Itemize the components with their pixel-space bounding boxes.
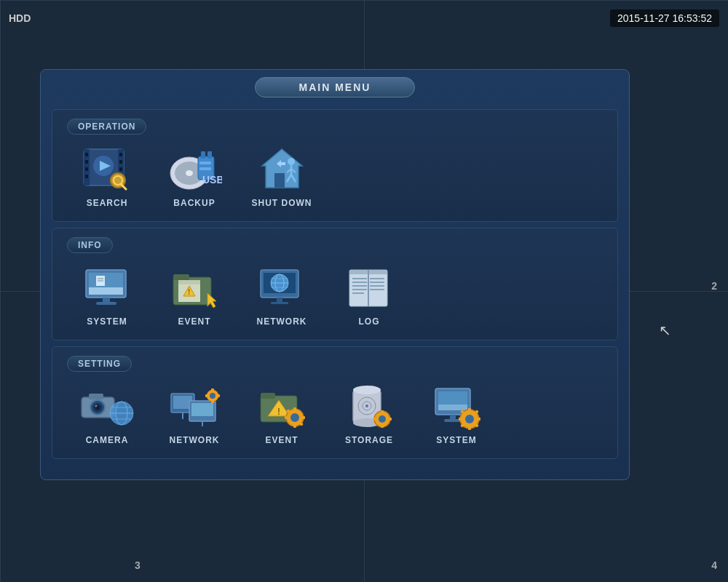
event-info-icon-wrap: ! (165, 262, 223, 313)
mouse-cursor: ↖ (659, 322, 671, 339)
svg-rect-8 (119, 160, 122, 164)
camera-label: CAMERA (86, 435, 129, 445)
menu-title-bar: MAIN MENU (41, 70, 629, 103)
shutdown-icon-wrap (253, 143, 311, 194)
svg-point-27 (288, 158, 295, 165)
search-label: SEARCH (87, 198, 128, 208)
svg-rect-40 (103, 298, 110, 302)
svg-rect-4 (85, 160, 88, 164)
svg-rect-75 (89, 394, 103, 399)
section-setting: SETTING (52, 346, 618, 459)
svg-rect-100 (293, 424, 296, 428)
svg-rect-20 (201, 151, 205, 159)
svg-point-74 (95, 404, 98, 407)
menu-item-network-set[interactable]: NETWORK (162, 380, 227, 445)
menu-title: MAIN MENU (255, 77, 416, 97)
menu-item-network-info[interactable]: NETWORK (249, 262, 314, 327)
svg-rect-84 (191, 403, 213, 416)
svg-rect-7 (119, 153, 122, 156)
svg-rect-114 (381, 425, 384, 428)
network-set-icon-wrap (165, 380, 223, 431)
system-set-label: SYSTEM (436, 435, 476, 445)
system-info-icon-wrap (78, 262, 136, 313)
menu-item-shutdown[interactable]: SHUT DOWN (249, 143, 314, 208)
svg-point-110 (365, 404, 368, 407)
svg-rect-56 (277, 298, 282, 302)
main-menu: MAIN MENU OPERATION (40, 69, 630, 480)
svg-text:!: ! (277, 407, 280, 417)
log-icon-wrap (340, 262, 398, 313)
svg-point-123 (465, 415, 474, 423)
svg-rect-125 (468, 426, 471, 430)
section-label-info: INFO (67, 237, 113, 253)
setting-items-row: CAMERA (67, 380, 603, 445)
corner-2: 2 (711, 280, 717, 292)
svg-rect-115 (373, 418, 376, 420)
storage-label: STORAGE (345, 435, 393, 445)
svg-rect-43 (173, 274, 189, 280)
svg-rect-57 (271, 302, 288, 304)
svg-rect-5 (85, 167, 88, 171)
top-bar: HDD 2015-11-27 16:53:52 (0, 0, 728, 36)
menu-item-event-set[interactable]: ! EVENT (249, 380, 314, 445)
corner-3: 3 (135, 559, 141, 571)
svg-text:!: ! (188, 288, 190, 296)
svg-rect-94 (261, 393, 275, 399)
svg-rect-127 (477, 418, 480, 420)
system-set-icon-wrap (427, 380, 486, 431)
menu-item-search[interactable]: SEARCH (74, 143, 140, 208)
camera-icon-wrap (78, 380, 136, 431)
svg-rect-90 (211, 400, 214, 403)
svg-rect-23 (199, 167, 211, 170)
shutdown-label: SHUT DOWN (252, 198, 312, 208)
search-icon-wrap (78, 143, 136, 194)
svg-rect-120 (450, 415, 456, 419)
backup-label: BACKUP (173, 198, 215, 208)
svg-rect-45 (178, 280, 200, 284)
section-label-operation: OPERATION (67, 119, 146, 135)
svg-marker-48 (207, 293, 216, 308)
storage-icon-wrap (340, 380, 398, 431)
svg-rect-116 (389, 418, 392, 420)
section-operation: OPERATION (52, 109, 618, 222)
svg-rect-119 (438, 391, 467, 404)
info-items-row: SYSTEM ! (67, 262, 603, 327)
svg-rect-89 (211, 388, 214, 391)
corner-4: 4 (711, 559, 717, 571)
menu-item-system-set[interactable]: SYSTEM (424, 380, 489, 445)
system-info-label: SYSTEM (87, 316, 127, 327)
svg-rect-26 (274, 173, 285, 188)
event-set-label: EVENT (265, 435, 298, 445)
menu-item-system-info[interactable]: SYSTEM (74, 262, 140, 327)
svg-point-98 (290, 413, 299, 422)
svg-rect-22 (199, 162, 211, 164)
svg-rect-21 (207, 151, 212, 159)
svg-rect-101 (285, 416, 288, 419)
svg-rect-126 (459, 418, 462, 420)
svg-rect-6 (85, 175, 88, 178)
svg-point-112 (379, 415, 386, 423)
svg-line-15 (122, 185, 126, 189)
svg-rect-99 (293, 407, 296, 411)
svg-rect-36 (89, 273, 123, 287)
menu-item-camera[interactable]: CAMERA (74, 380, 140, 445)
svg-rect-102 (301, 416, 305, 419)
log-label: LOG (359, 316, 380, 327)
svg-point-106 (353, 386, 381, 394)
section-label-setting: SETTING (67, 356, 132, 372)
menu-item-storage[interactable]: STORAGE (336, 380, 402, 445)
datetime-display: 2015-11-27 16:53:52 (610, 9, 719, 27)
svg-rect-91 (205, 394, 208, 397)
event-info-label: EVENT (178, 316, 210, 327)
svg-point-18 (186, 170, 193, 176)
svg-rect-41 (96, 302, 116, 305)
hdd-label: HDD (9, 12, 31, 24)
svg-rect-3 (85, 153, 88, 156)
event-set-icon-wrap: ! (253, 380, 311, 431)
menu-item-backup[interactable]: USB BACKUP (162, 143, 227, 208)
network-info-label: NETWORK (257, 316, 307, 327)
menu-item-log[interactable]: LOG (336, 262, 402, 327)
menu-item-event-info[interactable]: ! EVENT (162, 262, 227, 327)
svg-text:USB: USB (202, 174, 222, 186)
svg-rect-113 (381, 410, 384, 413)
